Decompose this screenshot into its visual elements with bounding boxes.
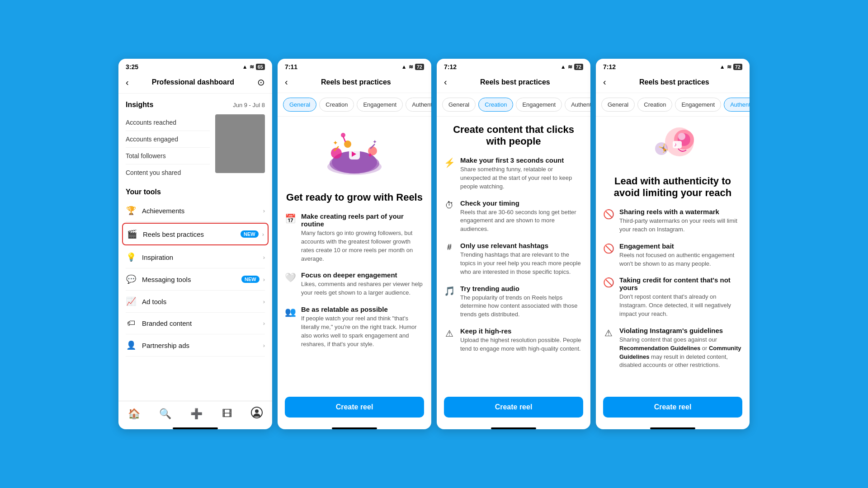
tool-label-partnership: Partnership ads	[142, 342, 263, 349]
tab-authenticity-4[interactable]: Authenticity	[724, 98, 750, 112]
reels-content-2: ✦ ✦ ✦ Get ready to grow with Reels 📅 Mak…	[278, 117, 431, 397]
tab-general-3[interactable]: General	[442, 98, 476, 112]
tab-authenticity-3[interactable]: Authenticit	[565, 98, 590, 112]
practice-desc-4-0: Third-party watermarks on your reels wil…	[619, 217, 742, 234]
no-watermark-icon: 🚫	[603, 209, 614, 220]
status-time-4: 7:12	[603, 63, 616, 70]
people-icon: 👥	[285, 306, 296, 317]
new-badge-messaging: NEW	[241, 276, 259, 283]
tab-authenticity-2[interactable]: Authenticit	[406, 98, 431, 112]
insight-accounts-reached[interactable]: Accounts reached	[126, 114, 210, 131]
back-button-4[interactable]: ‹	[603, 77, 606, 87]
hero-image-4: ♪ 🤸	[603, 124, 742, 171]
back-button-1[interactable]: ‹	[126, 77, 129, 88]
status-icons-4: ▲ ≋ 72	[720, 64, 742, 70]
insights-chart	[215, 114, 265, 173]
chevron-icon-branded: ›	[263, 320, 265, 327]
insight-content-shared[interactable]: Content you shared	[126, 164, 210, 181]
chevron-icon-reels: ›	[262, 231, 264, 238]
practice-desc-2-0: Many factors go into growing followers, …	[301, 229, 424, 263]
tab-engagement-2[interactable]: Engagement	[357, 98, 403, 112]
insight-total-followers[interactable]: Total followers	[126, 148, 210, 164]
practice-desc-3-3: The popularity of trends on Reels helps …	[460, 294, 583, 319]
reels-main-title-4: Lead with authenticity to avoid limiting…	[603, 175, 742, 199]
screen-dashboard: 3:25 ▲ ≋ 65 ‹ Professional dashboard ⊙ I…	[118, 59, 272, 429]
svg-text:✦: ✦	[367, 151, 373, 159]
tool-label-ad-tools: Ad tools	[142, 298, 263, 305]
reels-main-title-2: Get ready to grow with Reels	[285, 192, 424, 203]
home-indicator-1	[173, 427, 218, 429]
new-badge-reels: NEW	[241, 230, 259, 238]
insights-section: Insights Jun 9 - Jul 8 Accounts reached …	[118, 94, 272, 188]
insights-header: Insights Jun 9 - Jul 8	[126, 101, 265, 109]
reels-title-3: Reels best practices	[447, 78, 583, 86]
practice-title-3-3: Try trending audio	[460, 285, 583, 292]
practice-title-3-4: Keep it high-res	[460, 327, 583, 335]
practice-desc-3-2: Trending hashtags that are relevant to t…	[460, 251, 583, 277]
nav-home[interactable]: 🏠	[128, 408, 140, 420]
insights-date: Jun 9 - Jul 8	[233, 102, 265, 108]
wifi-icon-4: ≋	[727, 64, 731, 70]
practice-text-4-1: Engagement bait Reels not focused on aut…	[619, 242, 742, 268]
practice-item-4-3: ⚠ Violating Instagram's guidelines Shari…	[603, 327, 742, 370]
tool-inspiration[interactable]: 💡 Inspiration ›	[126, 246, 265, 268]
practice-desc-3-1: Reels that are 30-60 seconds long get be…	[460, 208, 583, 234]
nav-search[interactable]: 🔍	[159, 408, 171, 420]
lightning-icon: ⚡	[444, 157, 455, 168]
ad-tools-icon: 📈	[126, 296, 137, 306]
tab-general-2[interactable]: General	[283, 98, 316, 112]
practice-title-2-2: Be as relatable as possible	[301, 305, 424, 313]
tabs-bar-2: General Creation Engagement Authenticit	[278, 93, 431, 117]
tab-creation-3[interactable]: Creation	[478, 98, 513, 112]
tab-general-4[interactable]: General	[601, 98, 635, 112]
practice-text-4-3: Violating Instagram's guidelines Sharing…	[619, 327, 742, 370]
tool-branded-content[interactable]: 🏷 Branded content ›	[126, 313, 265, 334]
heart-icon: 🤍	[285, 272, 296, 283]
svg-text:🤸: 🤸	[658, 143, 669, 153]
top-bar-1: ‹ Professional dashboard ⊙	[118, 73, 272, 94]
battery-4: 72	[733, 64, 742, 70]
screen-reels-authenticity: 7:12 ▲ ≋ 72 ‹ Reels best practices Gener…	[596, 59, 750, 429]
chevron-icon-ad-tools: ›	[263, 298, 265, 305]
screen-reels-creation: 7:12 ▲ ≋ 72 ‹ Reels best practices Gener…	[437, 59, 590, 429]
create-reel-btn-2[interactable]: Create reel	[285, 397, 424, 418]
insight-accounts-engaged[interactable]: Accounts engaged	[126, 131, 210, 148]
tab-engagement-3[interactable]: Engagement	[516, 98, 562, 112]
top-bar-2: ‹ Reels best practices	[278, 73, 431, 93]
tool-achievements[interactable]: 🏆 Achievements ›	[126, 200, 265, 222]
tool-ad-tools[interactable]: 📈 Ad tools ›	[126, 291, 265, 313]
tool-label-reels: Reels best practices	[143, 230, 241, 238]
back-button-3[interactable]: ‹	[444, 77, 447, 87]
nav-profile[interactable]	[251, 407, 263, 421]
settings-icon-1[interactable]: ⊙	[257, 77, 265, 88]
back-button-2[interactable]: ‹	[285, 77, 288, 87]
rec-guidelines-link[interactable]: Recommendation Guidelines	[619, 345, 700, 352]
tab-engagement-4[interactable]: Engagement	[675, 98, 721, 112]
tool-messaging[interactable]: 💬 Messaging tools NEW ›	[126, 268, 265, 291]
your-tools-section: Your tools 🏆 Achievements › 🎬 Reels best…	[118, 188, 272, 360]
signal-icon-3: ▲	[561, 64, 566, 70]
create-reel-btn-3[interactable]: Create reel	[444, 397, 583, 418]
status-icons-2: ▲ ≋ 72	[401, 64, 424, 70]
nav-reels[interactable]: 🎞	[222, 408, 232, 420]
practice-text-2-0: Make creating reels part of your routine…	[301, 212, 424, 263]
branded-icon: 🏷	[126, 319, 137, 328]
no-steal-icon: 🚫	[603, 277, 614, 288]
svg-point-1	[255, 409, 259, 413]
page-title-1: Professional dashboard	[152, 78, 234, 86]
tabs-bar-3: General Creation Engagement Authenticit	[437, 93, 590, 117]
tool-reels-best-practices[interactable]: 🎬 Reels best practices NEW ›	[122, 223, 269, 245]
practice-text-3-1: Check your timing Reels that are 30-60 s…	[460, 199, 583, 234]
reels-icon: 🎬	[127, 229, 137, 239]
clock-icon: ⏱	[444, 200, 455, 211]
nav-create[interactable]: ➕	[190, 408, 203, 420]
tab-creation-2[interactable]: Creation	[319, 98, 354, 112]
create-reel-btn-4[interactable]: Create reel	[603, 397, 742, 418]
tool-partnership-ads[interactable]: 👤 Partnership ads ›	[126, 334, 265, 357]
hero-image-2: ✦ ✦ ✦	[285, 124, 424, 184]
svg-text:♪: ♪	[674, 141, 677, 148]
practice-desc-3-4: Upload the highest resolution possible. …	[460, 336, 583, 353]
tab-creation-4[interactable]: Creation	[637, 98, 672, 112]
practice-item-3-2: # Only use relevant hashtags Trending ha…	[444, 242, 583, 277]
practice-item-3-3: 🎵 Try trending audio The popularity of t…	[444, 285, 583, 319]
